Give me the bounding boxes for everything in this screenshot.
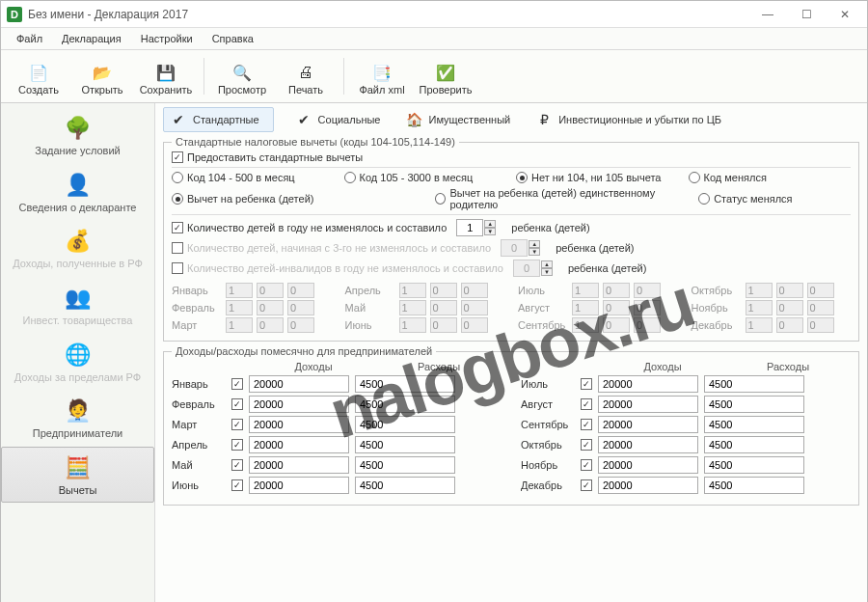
sidebar-item-entrepreneurs[interactable]: 🧑‍💼Предприниматели	[1, 390, 154, 447]
month-val-a[interactable]	[226, 300, 253, 315]
sidebar-item-declarant[interactable]: 👤Сведения о декларанте	[1, 164, 154, 221]
month-val-b[interactable]	[430, 300, 457, 315]
month-val-b[interactable]	[776, 317, 803, 333]
month-val-a[interactable]	[226, 317, 253, 333]
month-val-a[interactable]	[572, 300, 599, 315]
month-val-a[interactable]	[572, 283, 599, 298]
radio-code-104[interactable]: Код 104 - 500 в месяц	[172, 172, 335, 183]
radio-code-changed[interactable]: Код менялся	[689, 172, 852, 183]
minimize-button[interactable]: —	[749, 4, 786, 25]
ie-income-input[interactable]	[598, 456, 698, 474]
sidebar-item-income-rf[interactable]: 💰Доходы, полученные в РФ	[1, 220, 154, 277]
ie-month-checkbox[interactable]	[231, 398, 243, 410]
month-val-a[interactable]	[746, 300, 773, 315]
month-val-c[interactable]	[461, 300, 488, 315]
sidebar-item-income-foreign[interactable]: 🌐Доходы за пределами РФ	[1, 334, 154, 391]
month-val-c[interactable]	[461, 283, 488, 298]
month-val-c[interactable]	[287, 317, 314, 333]
month-val-b[interactable]	[257, 300, 284, 315]
ie-month-checkbox[interactable]	[581, 459, 592, 471]
month-val-c[interactable]	[807, 317, 834, 333]
ie-income-input[interactable]	[249, 396, 349, 413]
month-val-b[interactable]	[776, 300, 803, 315]
month-val-a[interactable]	[226, 283, 253, 298]
month-val-c[interactable]	[461, 317, 488, 333]
month-val-c[interactable]	[634, 317, 661, 333]
ie-expense-input[interactable]	[704, 375, 804, 393]
spin-down-icon[interactable]: ▼	[484, 228, 496, 235]
menu-declaration[interactable]: Декларация	[54, 30, 129, 47]
toolbar-save[interactable]: 💾Сохранить	[134, 54, 198, 98]
menu-settings[interactable]: Настройки	[133, 30, 201, 47]
checkbox-children-row-2[interactable]: Количество детей-инвалидов в году не изм…	[172, 262, 503, 274]
month-val-a[interactable]	[399, 283, 426, 298]
ie-expense-input[interactable]	[355, 375, 455, 393]
month-val-c[interactable]	[807, 300, 834, 315]
month-val-b[interactable]	[776, 283, 803, 298]
ie-expense-input[interactable]	[355, 477, 455, 494]
ie-income-input[interactable]	[598, 477, 698, 494]
toolbar-preview[interactable]: 🔍Просмотр	[210, 54, 274, 98]
menu-file[interactable]: Файл	[9, 30, 50, 47]
tab-standard[interactable]: ✔Стандартные	[163, 107, 274, 132]
close-button[interactable]: ✕	[827, 4, 863, 25]
ie-expense-input[interactable]	[704, 396, 804, 413]
ie-month-checkbox[interactable]	[581, 378, 592, 390]
ie-income-input[interactable]	[249, 456, 349, 474]
radio-no-104-105[interactable]: Нет ни 104, ни 105 вычета	[516, 172, 679, 183]
sidebar-item-deductions[interactable]: 🧮Вычеты	[1, 447, 154, 504]
toolbar-create[interactable]: 📄Создать	[7, 54, 70, 98]
ie-month-checkbox[interactable]	[581, 419, 592, 430]
month-val-a[interactable]	[746, 283, 773, 298]
ie-month-checkbox[interactable]	[581, 479, 592, 491]
ie-income-input[interactable]	[598, 436, 698, 453]
month-val-a[interactable]	[399, 317, 426, 333]
children-count-0[interactable]: ▲▼	[456, 219, 496, 236]
sidebar-item-invest[interactable]: 👥Инвест. товарищества	[1, 277, 154, 334]
ie-income-input[interactable]	[598, 416, 698, 433]
ie-month-checkbox[interactable]	[581, 398, 592, 410]
month-val-b[interactable]	[603, 283, 630, 298]
ie-month-checkbox[interactable]	[231, 459, 243, 471]
month-val-b[interactable]	[430, 283, 457, 298]
month-val-a[interactable]	[399, 300, 426, 315]
menu-help[interactable]: Справка	[204, 30, 261, 47]
month-val-b[interactable]	[257, 317, 284, 333]
ie-month-checkbox[interactable]	[231, 419, 243, 430]
sidebar-item-conditions[interactable]: 🌳Задание условий	[1, 107, 154, 164]
ie-income-input[interactable]	[598, 375, 698, 393]
ie-month-checkbox[interactable]	[231, 378, 243, 390]
radio-code-105[interactable]: Код 105 - 3000 в месяц	[344, 172, 507, 183]
tab-property[interactable]: 🏠Имущественный	[401, 108, 514, 131]
month-val-c[interactable]	[287, 300, 314, 315]
ie-expense-input[interactable]	[355, 456, 455, 474]
month-val-c[interactable]	[807, 283, 834, 298]
tab-social[interactable]: ✔Социальные	[291, 108, 385, 131]
ie-expense-input[interactable]	[704, 416, 804, 433]
ie-expense-input[interactable]	[704, 456, 804, 474]
radio-child-deduction[interactable]: Вычет на ребенка (детей)	[172, 187, 425, 210]
ie-expense-input[interactable]	[355, 396, 455, 413]
ie-expense-input[interactable]	[355, 416, 455, 433]
ie-month-checkbox[interactable]	[581, 439, 592, 451]
toolbar-xml[interactable]: 📑Файл xml	[350, 54, 414, 98]
month-val-a[interactable]	[746, 317, 773, 333]
ie-income-input[interactable]	[249, 436, 349, 453]
month-val-c[interactable]	[287, 283, 314, 298]
ie-income-input[interactable]	[249, 416, 349, 433]
ie-income-input[interactable]	[249, 477, 349, 494]
ie-income-input[interactable]	[249, 375, 349, 393]
ie-expense-input[interactable]	[355, 436, 455, 453]
checkbox-children-row-0[interactable]: Количество детей в году не изменялось и …	[172, 222, 447, 233]
month-val-c[interactable]	[634, 300, 661, 315]
checkbox-children-row-1[interactable]: Количество детей, начиная с 3-го не изме…	[172, 242, 491, 254]
checkbox-provide-standard[interactable]: Предоставить стандартные вычеты	[172, 151, 851, 163]
ie-expense-input[interactable]	[704, 477, 804, 494]
radio-status-changed[interactable]: Статус менялся	[698, 187, 851, 210]
toolbar-check[interactable]: ✅Проверить	[414, 54, 477, 98]
maximize-button[interactable]: ☐	[788, 4, 825, 25]
ie-month-checkbox[interactable]	[231, 479, 243, 491]
ie-expense-input[interactable]	[704, 436, 804, 453]
ie-income-input[interactable]	[598, 396, 698, 413]
toolbar-print[interactable]: 🖨Печать	[274, 54, 338, 98]
